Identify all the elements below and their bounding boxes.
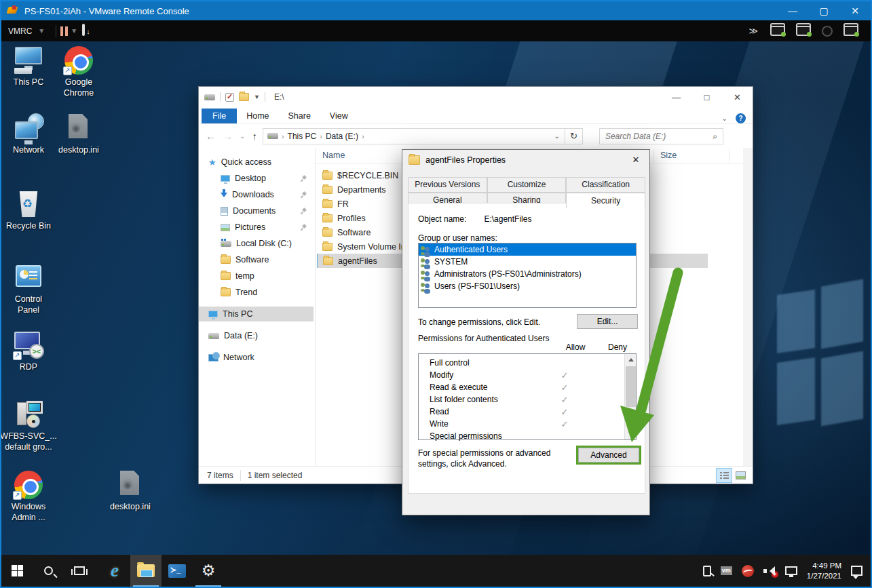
explorer-maximize-button[interactable]: □	[691, 87, 722, 107]
maximize-button[interactable]: ▢	[808, 1, 839, 20]
sidebar-item-data-e[interactable]: Data (E:)	[199, 328, 314, 343]
sidebar-item-local-disk-c[interactable]: Local Disk (C:)	[199, 236, 314, 251]
file-row-recycle-bin[interactable]: $RECYCLE.BIN	[317, 168, 398, 182]
properties-qat-icon[interactable]	[225, 93, 234, 102]
column-header-size[interactable]: Size	[660, 151, 677, 160]
column-header-name[interactable]: Name	[322, 151, 345, 160]
tab-file[interactable]: File	[202, 109, 237, 123]
group-item-administrators[interactable]: Administrators (PS-FS01\Administrators)	[419, 268, 636, 280]
group-list[interactable]: Authenticated Users SYSTEM Administrator…	[418, 243, 637, 308]
refresh-icon[interactable]: ↻	[565, 129, 582, 144]
network-tray-icon[interactable]	[785, 566, 797, 575]
tab-share[interactable]: Share	[279, 109, 320, 123]
desktop-icon-desktop-ini[interactable]: desktop.ini	[46, 113, 111, 156]
internet-explorer-button[interactable]: e	[99, 555, 130, 587]
sidebar-item-pictures[interactable]: Pictures	[199, 220, 314, 235]
new-folder-qat-icon[interactable]	[239, 93, 249, 101]
address-dropdown-chevron-icon[interactable]: ⌄	[550, 132, 565, 140]
tab-security[interactable]: Security	[566, 193, 645, 208]
network-adapter-icon[interactable]	[843, 26, 858, 36]
scroll-down-button[interactable]	[625, 428, 637, 439]
thumbnail-view-button[interactable]	[732, 468, 748, 483]
desktop-icon-control-panel[interactable]: Control Panel	[1, 262, 61, 315]
scroll-up-button[interactable]	[625, 354, 637, 366]
group-item-authenticated-users[interactable]: Authenticated Users	[419, 243, 636, 256]
sidebar-item-network[interactable]: Network	[199, 350, 314, 365]
file-row-fr[interactable]: FR	[317, 197, 349, 211]
start-button[interactable]	[1, 555, 33, 587]
permissions-list[interactable]: Full control Modify ✓ Read & execute ✓	[418, 353, 637, 440]
edit-button[interactable]: Edit...	[577, 314, 638, 329]
tab-previous-versions[interactable]: Previous Versions	[408, 177, 487, 193]
sidebar-item-desktop[interactable]: Desktop	[199, 171, 314, 186]
sidebar-item-temp[interactable]: temp	[199, 269, 314, 283]
search-input[interactable]	[600, 132, 713, 141]
permission-row-read-execute[interactable]: Read & execute ✓	[419, 381, 624, 393]
trend-micro-tray-icon[interactable]	[742, 565, 754, 577]
taskbar-clock[interactable]: 4:49 PM 1/27/2021	[807, 561, 841, 581]
usb-tray-icon[interactable]	[703, 566, 711, 576]
sidebar-item-trend[interactable]: Trend	[199, 285, 314, 300]
task-view-button[interactable]	[64, 555, 95, 587]
explorer-titlebar[interactable]: ▼ E:\ — □ ✕	[199, 87, 753, 107]
sidebar-item-software[interactable]: Software	[199, 252, 314, 267]
help-icon[interactable]: ?	[736, 113, 746, 123]
search-icon[interactable]: ⌕	[713, 132, 723, 141]
sidebar-item-downloads[interactable]: Downloads	[199, 187, 314, 202]
explorer-close-button[interactable]: ✕	[722, 87, 753, 107]
settings-button[interactable]: ⚙	[193, 555, 224, 587]
file-list-scrollbar[interactable]	[743, 148, 753, 466]
tab-home[interactable]: Home	[237, 109, 278, 123]
file-row-profiles[interactable]: Profiles	[317, 211, 366, 225]
permission-row-full-control[interactable]: Full control	[419, 357, 624, 369]
group-item-users[interactable]: Users (PS-FS01\Users)	[419, 280, 636, 292]
vmware-tools-tray-icon[interactable]: vm	[721, 566, 732, 575]
breadcrumb[interactable]: › This PC › Data (E:) › ⌄ ↻	[263, 128, 583, 144]
permission-row-special-permissions[interactable]: Special permissions	[419, 430, 624, 442]
back-button[interactable]: ←	[206, 130, 216, 142]
desktop-icon-recycle-bin[interactable]: Recycle Bin	[1, 189, 61, 232]
explorer-minimize-button[interactable]: —	[661, 87, 691, 107]
breadcrumb-this-pc[interactable]: This PC	[288, 132, 317, 141]
tab-classification[interactable]: Classification	[566, 177, 645, 193]
desktop-icon-wfbs-installer[interactable]: WFBS-SVC_... default gro...	[1, 399, 61, 452]
more-toolbar-chevron-icon[interactable]: ≫	[748, 26, 757, 36]
desktop-icon-rdp[interactable]: >< RDP	[1, 330, 61, 373]
group-item-system[interactable]: SYSTEM	[419, 256, 636, 268]
desktop-icon-windows-admin[interactable]: Windows Admin ...	[1, 470, 61, 523]
search-box[interactable]: ⌕	[599, 128, 723, 144]
column-divider[interactable]	[653, 149, 654, 163]
minimize-button[interactable]: —	[777, 1, 808, 20]
fullscreen-button[interactable]	[107, 25, 121, 37]
powershell-button[interactable]: ≻_	[162, 555, 193, 587]
pause-icon[interactable]	[60, 26, 68, 36]
ribbon-collapse-chevron-icon[interactable]: ⌄	[722, 115, 727, 122]
volume-muted-icon[interactable]: ✕	[763, 566, 776, 576]
permission-row-read[interactable]: Read ✓	[419, 406, 624, 418]
column-divider[interactable]	[729, 149, 730, 163]
file-row-system-volume-information[interactable]: System Volume Inf	[317, 239, 408, 254]
advanced-button[interactable]: Advanced	[578, 448, 639, 463]
sidebar-item-quick-access[interactable]: ★ Quick access	[199, 155, 314, 170]
sidebar-item-this-pc[interactable]: This PC	[199, 307, 314, 321]
dialog-titlebar[interactable]: agentFiles Properties	[402, 150, 649, 170]
action-center-icon[interactable]	[851, 566, 862, 576]
forward-button[interactable]: →	[223, 130, 233, 142]
removable-device-icon[interactable]	[796, 26, 811, 36]
send-keys-button[interactable]	[82, 25, 97, 37]
up-button[interactable]: ↑	[252, 130, 257, 142]
sidebar-item-documents[interactable]: Documents	[199, 203, 314, 218]
taskbar-search-button[interactable]	[33, 555, 64, 587]
tab-view[interactable]: View	[320, 109, 358, 123]
pause-chevron-icon[interactable]: ▼	[71, 27, 77, 35]
permission-row-modify[interactable]: Modify ✓	[419, 369, 624, 381]
tab-customize[interactable]: Customize	[487, 177, 567, 193]
qat-customize-chevron-icon[interactable]: ▼	[254, 94, 260, 100]
permission-row-list-folder-contents[interactable]: List folder contents ✓	[419, 393, 624, 406]
permissions-scrollbar[interactable]	[624, 354, 636, 439]
vmrc-menu-button[interactable]: VMRC ▼	[1, 20, 52, 41]
close-button[interactable]: ✕	[839, 1, 871, 20]
file-row-software[interactable]: Software	[317, 225, 371, 239]
desktop-icon-desktop-ini-2[interactable]: desktop.ini	[98, 470, 163, 513]
history-chevron-icon[interactable]: ⌄	[240, 132, 245, 140]
